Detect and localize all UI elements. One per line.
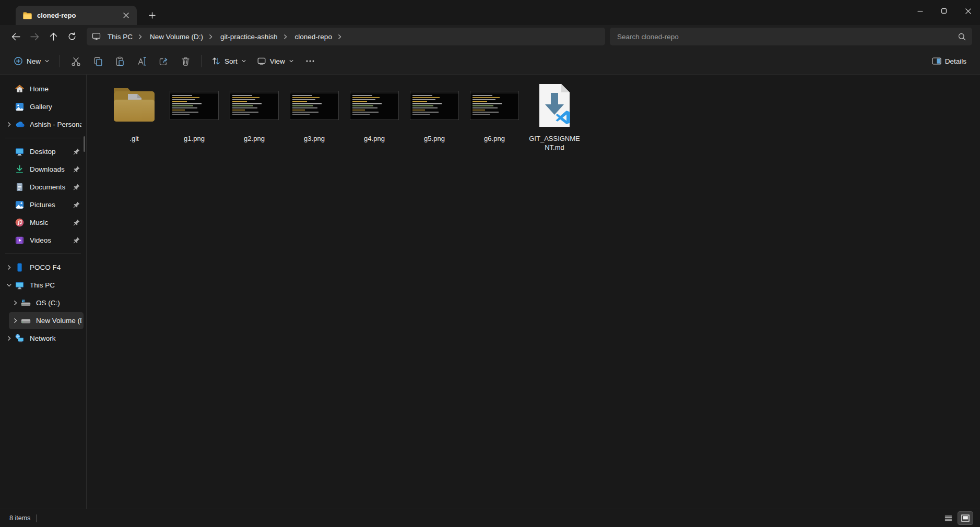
thumbnail-view-toggle[interactable]	[958, 512, 973, 524]
chevron-right-icon[interactable]	[208, 34, 214, 40]
sidebar-item-downloads[interactable]: Downloads	[3, 161, 84, 178]
chevron-right-icon[interactable]	[282, 34, 288, 40]
sidebar-item-gallery[interactable]: Gallery	[3, 98, 84, 115]
sort-icon	[211, 56, 221, 66]
file-name: GIT_ASSIGNMENT.md	[528, 135, 581, 152]
paste-button[interactable]	[109, 52, 131, 70]
large-icons-view-icon	[961, 514, 970, 522]
status-divider	[37, 514, 37, 522]
view-button[interactable]: View	[252, 52, 299, 70]
breadcrumb-item-this-pc[interactable]: This PC	[104, 31, 136, 43]
details-button[interactable]: Details	[927, 52, 972, 70]
sidebar-item-new-volume-d[interactable]: New Volume (D:)	[9, 312, 84, 329]
file-git[interactable]: .git	[104, 79, 164, 152]
sidebar-item-home[interactable]: Home	[3, 80, 84, 98]
forward-button[interactable]	[25, 28, 44, 45]
breadcrumb-item-new-volume-d[interactable]: New Volume (D:)	[146, 31, 207, 43]
chevron-right-icon[interactable]	[5, 265, 14, 270]
refresh-button[interactable]	[63, 28, 81, 45]
pictures-icon	[15, 200, 25, 210]
file-name: g3.png	[304, 135, 325, 143]
pin-icon	[72, 166, 80, 173]
rename-icon	[137, 56, 147, 66]
address-bar[interactable]: This PC New Volume (D:) git-practice-ash…	[87, 28, 605, 45]
view-toggle	[941, 512, 973, 524]
sidebar-item-label: Music	[30, 219, 72, 226]
documents-icon	[15, 182, 25, 192]
sidebar-item-videos[interactable]: Videos	[3, 232, 84, 249]
file-g1-png[interactable]: g1.png	[164, 79, 224, 152]
sidebar-item-label: This PC	[30, 281, 81, 289]
terminal-screenshot-thumbnail	[170, 91, 219, 120]
folder-content-area[interactable]: .git	[87, 75, 980, 509]
command-bar: New	[0, 48, 980, 75]
sidebar-item-documents[interactable]: Documents	[3, 178, 84, 196]
cut-button[interactable]	[65, 52, 87, 70]
sidebar-item-ashish-personal[interactable]: Ashish - Personal	[3, 116, 84, 133]
close-button[interactable]	[956, 0, 980, 22]
up-button[interactable]	[44, 28, 63, 45]
sidebar-item-music[interactable]: Music	[3, 214, 84, 231]
file-g5-png[interactable]: g5.png	[405, 79, 464, 152]
share-button[interactable]	[152, 52, 174, 70]
sidebar-item-label: Downloads	[30, 165, 72, 173]
back-button[interactable]	[6, 28, 25, 45]
terminal-screenshot-thumbnail	[350, 91, 399, 120]
chevron-right-icon[interactable]	[11, 300, 20, 306]
maximize-button[interactable]	[932, 0, 956, 22]
chevron-right-icon[interactable]	[5, 122, 14, 127]
new-tab-button[interactable]	[144, 7, 160, 23]
file-name: g2.png	[244, 135, 265, 143]
rename-button[interactable]	[131, 52, 152, 70]
tab-close-icon[interactable]	[119, 9, 133, 22]
breadcrumb-item-cloned-repo[interactable]: cloned-repo	[291, 31, 336, 43]
minimize-button[interactable]	[908, 0, 932, 22]
item-count: 8 items	[9, 514, 30, 522]
details-view-toggle[interactable]	[941, 512, 955, 524]
markdown-file-icon	[537, 82, 572, 128]
chevron-right-icon[interactable]	[337, 34, 343, 40]
chevron-down-icon	[44, 58, 50, 64]
pin-icon	[72, 219, 80, 226]
sidebar-scrollbar-thumb[interactable]	[84, 136, 85, 152]
file-g4-png[interactable]: g4.png	[345, 79, 404, 152]
search-box[interactable]	[610, 28, 972, 45]
chevron-down-icon[interactable]	[5, 282, 14, 288]
status-bar: 8 items	[0, 509, 980, 527]
pin-icon	[72, 201, 80, 209]
search-input[interactable]	[616, 32, 958, 41]
tab-cloned-repo[interactable]: cloned-repo	[16, 6, 137, 25]
file-g6-png[interactable]: g6.png	[465, 79, 524, 152]
chevron-down-icon	[289, 58, 294, 64]
sidebar-item-desktop[interactable]: Desktop	[3, 143, 84, 160]
navigation-pane: Home Gallery Ashish - Personal Desktop	[0, 75, 87, 509]
breadcrumb-item-git-practice-ashish[interactable]: git-practice-ashish	[217, 31, 281, 43]
sidebar-item-os-c[interactable]: OS (C:)	[9, 294, 84, 312]
sidebar-item-label: New Volume (D:)	[36, 317, 81, 325]
sidebar-item-pictures[interactable]: Pictures	[3, 196, 84, 213]
chevron-right-icon[interactable]	[11, 318, 20, 324]
sort-button[interactable]: Sort	[206, 52, 252, 70]
sidebar-item-this-pc[interactable]: This PC	[3, 277, 84, 294]
file-g2-png[interactable]: g2.png	[225, 79, 284, 152]
list-view-icon	[944, 515, 952, 522]
sidebar-item-label: Videos	[30, 236, 72, 244]
delete-button[interactable]	[174, 52, 196, 70]
more-options-button[interactable]	[299, 52, 321, 70]
copy-button[interactable]	[87, 52, 109, 70]
terminal-screenshot-thumbnail	[230, 91, 279, 120]
drive-os-icon	[21, 298, 31, 308]
onedrive-icon	[15, 119, 25, 129]
new-button[interactable]: New	[8, 52, 55, 70]
sidebar-item-network[interactable]: Network	[3, 330, 84, 347]
folder-icon	[111, 86, 157, 125]
share-icon	[159, 56, 169, 66]
file-name: g6.png	[484, 135, 505, 143]
music-icon	[15, 218, 25, 227]
chevron-right-icon[interactable]	[5, 336, 14, 341]
chevron-right-icon[interactable]	[137, 34, 143, 40]
sidebar-item-poco-f4[interactable]: POCO F4	[3, 259, 84, 276]
sort-button-label: Sort	[225, 57, 238, 65]
file-g3-png[interactable]: g3.png	[285, 79, 344, 152]
file-git-assignment-md[interactable]: GIT_ASSIGNMENT.md	[525, 79, 584, 152]
